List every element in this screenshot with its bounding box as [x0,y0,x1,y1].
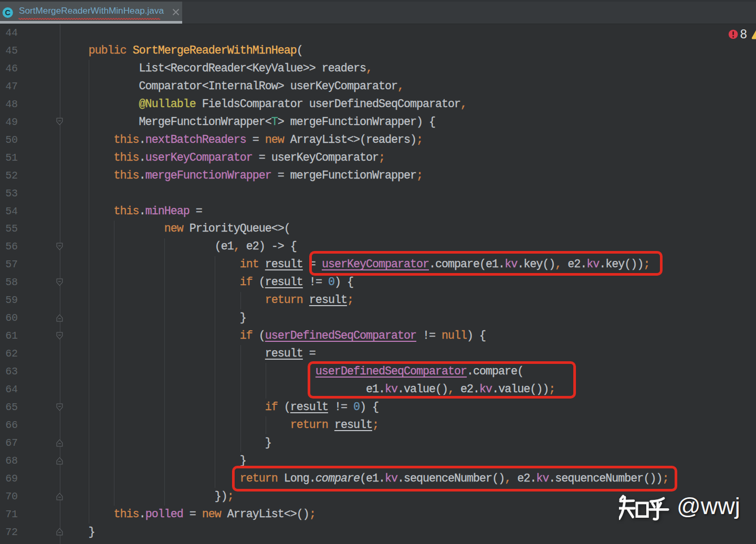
svg-text:C: C [5,8,10,17]
svg-text:8: 8 [740,27,747,41]
